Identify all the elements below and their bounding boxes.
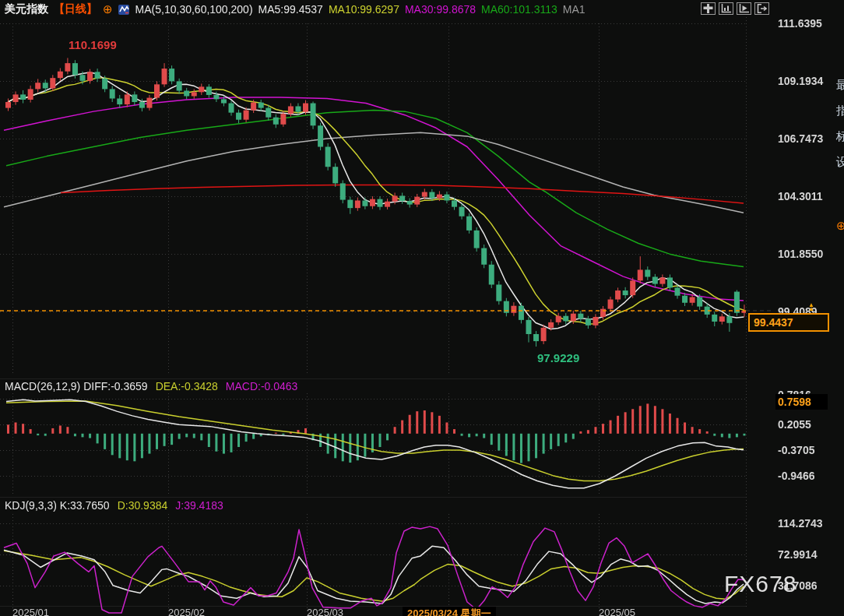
price-tick-label: 106.7473 [778,132,823,145]
ma-truncated-value: MA1 [563,3,586,16]
time-tick-label: 2025/02 [168,607,205,616]
high-price-label: 110.1699 [69,38,117,51]
edge-toolbar-item[interactable]: 最 [836,78,844,93]
add-indicator-icon[interactable]: ⊕ [103,4,113,15]
exit-fullscreen-icon[interactable] [754,2,769,15]
edge-toolbar-item[interactable]: 指 [836,104,844,118]
macd-value: MACD:-0.0463 [226,380,298,392]
kdj-d-value: D:30.9384 [118,499,168,512]
macd-title[interactable]: MACD(26,12,9) DIFF:-0.3659 [5,380,148,392]
price-tick-label: 111.6395 [778,17,822,30]
macd-current-badge: 0.7598 [775,394,828,410]
scale-pane-icon[interactable] [719,2,733,15]
move-tool-icon[interactable] [701,2,716,15]
edge-toolbar-item[interactable]: 标 [836,129,844,144]
edge-toolbar-add-icon[interactable]: ⊕ [836,219,844,233]
price-up-arrow: ▲▲ [808,303,814,311]
ma10-value: MA10:99.6297 [329,3,399,16]
macd-tick-label: 0.2055 [778,418,811,431]
play-forward-icon[interactable] [737,2,751,15]
kdj-j-value: J:39.4183 [175,499,223,512]
macd-tick-label: -0.3705 [778,444,814,456]
macd-header: MACD(26,12,9) DIFF:-0.3659 DEA:-0.3428 M… [5,380,297,392]
time-tick-label: 2025/01 [12,607,49,616]
ma30-value: MA30:99.8678 [405,3,476,16]
symbol-name: 美元指数 [5,2,48,16]
macd-tick-label: -0.9466 [778,470,814,482]
kdj-tick-label: 72.9914 [778,548,818,561]
ma-settings-label[interactable]: MA(5,10,30,60,100,200) [135,3,253,16]
chart-header: 美元指数 【日线】 ⊕ MA(5,10,30,60,100,200) MA5:9… [5,2,586,16]
time-axis: 2025/01 2025/02 2025/03 2025/03/24 星期一 2… [0,607,844,616]
low-price-label: 97.9229 [537,351,579,364]
macd-dea-value: DEA:-0.3428 [156,380,218,392]
kdj-header: KDJ(9,3,3) K:33.7650 D:30.9384 J:39.4183 [5,499,223,512]
price-tick-label: 101.8550 [778,248,823,260]
time-tick-label: 2025/05 [599,607,635,616]
chart-style-icon[interactable] [118,4,130,16]
chart-toolbar [701,2,769,15]
ma60-value: MA60:101.3113 [481,3,557,16]
price-tick-label: 109.1934 [778,75,823,87]
chart-canvas[interactable] [0,0,844,616]
timeframe-label[interactable]: 【日线】 [54,2,97,16]
last-price-badge: 99.4437 [748,313,829,332]
crosshair-date-badge: 2025/03/24 星期一 [403,607,496,616]
kdj-title[interactable]: KDJ(9,3,3) K:33.7650 [5,499,110,512]
fx678-watermark: FX678 [724,571,797,597]
ma5-value: MA5:99.4537 [258,3,323,16]
price-tick-label: 104.3011 [778,190,823,202]
time-tick-label: 2025/03 [307,607,343,616]
edge-toolbar-item[interactable]: 设 [836,155,844,170]
trading-chart-app: 美元指数 【日线】 ⊕ MA(5,10,30,60,100,200) MA5:9… [0,0,844,616]
kdj-tick-label: 114.2743 [778,517,823,530]
